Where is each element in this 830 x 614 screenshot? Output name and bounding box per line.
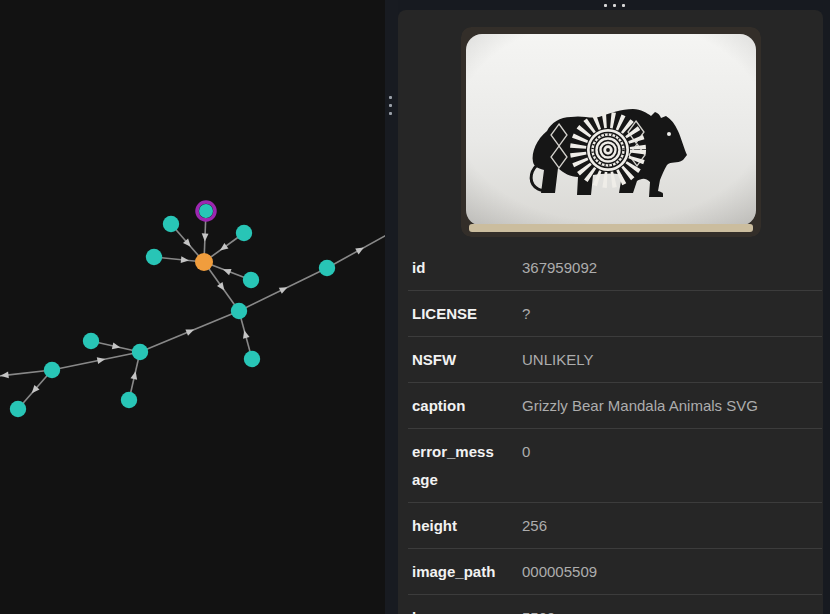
field-row-id: id367959092 [408,245,822,291]
field-row-height: height256 [408,503,822,549]
field-key: id [412,254,498,282]
graph-node-n3[interactable] [236,225,252,241]
graph-node-n12[interactable] [44,362,60,378]
field-value: 256 [522,512,822,540]
graph-edge [327,232,385,268]
field-key: caption [412,392,498,420]
field-value: 367959092 [522,254,822,282]
field-key: image_path [412,558,498,586]
field-value: 0 [522,438,822,466]
graph-node-n14[interactable] [10,401,26,417]
graph-node-n2[interactable] [199,204,213,218]
edge-arrow-icon [201,233,208,241]
bear-mandala-illustration [461,27,761,237]
field-key: NSFW [412,346,498,374]
graph-node-n6[interactable] [243,272,259,288]
field-value: ? [522,300,822,328]
edge-arrow-icon [241,329,250,338]
detail-region: id367959092LICENSE?NSFWUNLIKELYcaptionGr… [398,0,830,614]
field-row-image_path: image_path000005509 [408,549,822,595]
field-key: height [412,512,498,540]
field-key: LICENSE [412,300,498,328]
panel-drag-handle-icon[interactable] [398,0,830,10]
graph-node-n5[interactable] [195,253,213,271]
graph-node-n7[interactable] [319,260,335,276]
graph-canvas[interactable] [0,0,385,614]
graph-node-n9[interactable] [83,333,99,349]
edge-arrow-icon [355,245,365,255]
graph-node-n11[interactable] [244,351,260,367]
field-key: key [412,604,498,614]
edge-arrow-icon [185,326,195,335]
graph-node-n8[interactable] [231,303,247,319]
graph-node-n10[interactable] [132,344,148,360]
edge-arrow-icon [181,256,190,264]
field-row-key: key5509 [408,595,822,614]
edge-arrow-icon [222,266,232,275]
splitter-grip-icon[interactable] [389,96,392,115]
product-image[interactable] [461,27,761,237]
field-row-NSFW: NSFWUNLIKELY [408,337,822,383]
field-row-LICENSE: LICENSE? [408,291,822,337]
graph-node-n1[interactable] [163,216,179,232]
graph-node-n13[interactable] [121,392,137,408]
panel-splitter[interactable] [385,0,398,614]
field-value: Grizzly Bear Mandala Animals SVG [522,392,822,420]
field-value: UNLIKELY [522,346,822,374]
kv-table: id367959092LICENSE?NSFWUNLIKELYcaptionGr… [408,245,822,614]
field-row-caption: captionGrizzly Bear Mandala Animals SVG [408,383,822,429]
field-key: error_message [412,438,498,494]
field-value: 5509 [522,604,822,614]
field-row-error_message: error_message0 [408,429,822,503]
graph-node-n4[interactable] [146,249,162,265]
field-value: 000005509 [522,558,822,586]
graph-pane[interactable] [0,0,385,614]
edge-arrow-icon [279,284,289,294]
detail-panel: id367959092LICENSE?NSFWUNLIKELYcaptionGr… [398,10,823,614]
graph-edge [52,352,140,370]
edge-arrow-icon [0,372,9,380]
